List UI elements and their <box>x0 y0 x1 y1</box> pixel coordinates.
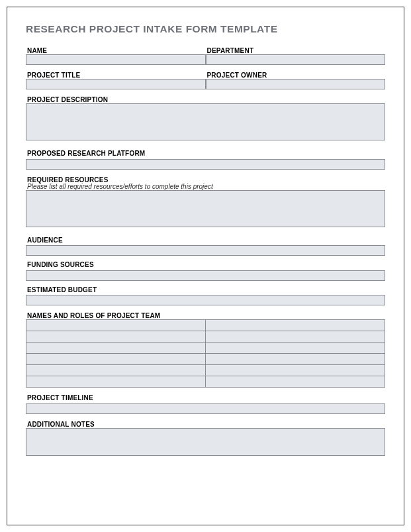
team-role-cell[interactable] <box>206 376 385 388</box>
table-row <box>26 331 385 343</box>
field-required-resources: REQUIRED RESOURCES Please list all requi… <box>26 176 385 230</box>
label-additional-notes: ADDITIONAL NOTES <box>26 421 385 428</box>
input-estimated-budget[interactable] <box>26 295 385 305</box>
input-additional-notes[interactable] <box>26 428 385 456</box>
input-audience[interactable] <box>26 245 385 256</box>
form-title: RESEARCH PROJECT INTAKE FORM TEMPLATE <box>26 23 385 35</box>
field-audience: AUDIENCE <box>26 237 385 256</box>
input-required-resources[interactable] <box>26 190 385 227</box>
label-name: NAME <box>26 47 206 54</box>
field-estimated-budget: ESTIMATED BUDGET <box>26 286 385 306</box>
field-funding-sources: FUNDING SOURCES <box>26 261 385 281</box>
team-role-cell[interactable] <box>206 331 385 343</box>
table-row <box>26 320 385 331</box>
input-project-timeline[interactable] <box>26 403 385 414</box>
table-row <box>26 354 385 365</box>
team-role-cell[interactable] <box>206 365 385 376</box>
form-page: RESEARCH PROJECT INTAKE FORM TEMPLATE NA… <box>7 7 404 525</box>
label-project-description: PROJECT DESCRIPTION <box>26 96 385 103</box>
field-project-timeline: PROJECT TIMELINE <box>26 394 385 414</box>
label-proposed-platform: PROPOSED RESEARCH PLATFORM <box>26 150 385 157</box>
label-project-owner: PROJECT OWNER <box>206 72 386 79</box>
team-role-cell[interactable] <box>206 354 385 365</box>
input-department[interactable] <box>206 54 386 65</box>
input-name[interactable] <box>26 54 206 65</box>
field-proposed-platform: PROPOSED RESEARCH PLATFORM <box>26 150 385 170</box>
label-department: DEPARTMENT <box>206 47 386 54</box>
team-name-cell[interactable] <box>26 331 206 343</box>
table-row <box>26 343 385 354</box>
sublabel-required-resources: Please list all required resources/effor… <box>26 183 385 190</box>
team-name-cell[interactable] <box>26 354 206 365</box>
label-audience: AUDIENCE <box>26 237 385 244</box>
input-project-owner[interactable] <box>206 79 386 89</box>
team-table <box>26 319 385 388</box>
team-name-cell[interactable] <box>26 365 206 376</box>
row-name-department: NAME DEPARTMENT <box>26 47 385 65</box>
field-additional-notes: ADDITIONAL NOTES <box>26 421 385 458</box>
team-role-cell[interactable] <box>206 343 385 354</box>
input-proposed-platform[interactable] <box>26 159 385 170</box>
input-funding-sources[interactable] <box>26 270 385 281</box>
label-estimated-budget: ESTIMATED BUDGET <box>26 286 385 293</box>
table-row <box>26 365 385 376</box>
input-project-description[interactable] <box>26 103 385 140</box>
team-name-cell[interactable] <box>26 343 206 354</box>
label-team: NAMES AND ROLES OF PROJECT TEAM <box>26 312 385 319</box>
field-department: DEPARTMENT <box>206 47 386 65</box>
row-title-owner: PROJECT TITLE PROJECT OWNER <box>26 72 385 89</box>
label-funding-sources: FUNDING SOURCES <box>26 261 385 268</box>
field-project-owner: PROJECT OWNER <box>206 72 386 89</box>
label-project-title: PROJECT TITLE <box>26 72 206 79</box>
team-role-cell[interactable] <box>206 320 385 331</box>
table-row <box>26 376 385 388</box>
label-project-timeline: PROJECT TIMELINE <box>26 394 385 401</box>
field-name: NAME <box>26 47 206 65</box>
field-team: NAMES AND ROLES OF PROJECT TEAM <box>26 312 385 388</box>
field-project-title: PROJECT TITLE <box>26 72 206 89</box>
field-project-description: PROJECT DESCRIPTION <box>26 96 385 143</box>
input-project-title[interactable] <box>26 79 206 89</box>
team-name-cell[interactable] <box>26 376 206 388</box>
team-name-cell[interactable] <box>26 320 206 331</box>
